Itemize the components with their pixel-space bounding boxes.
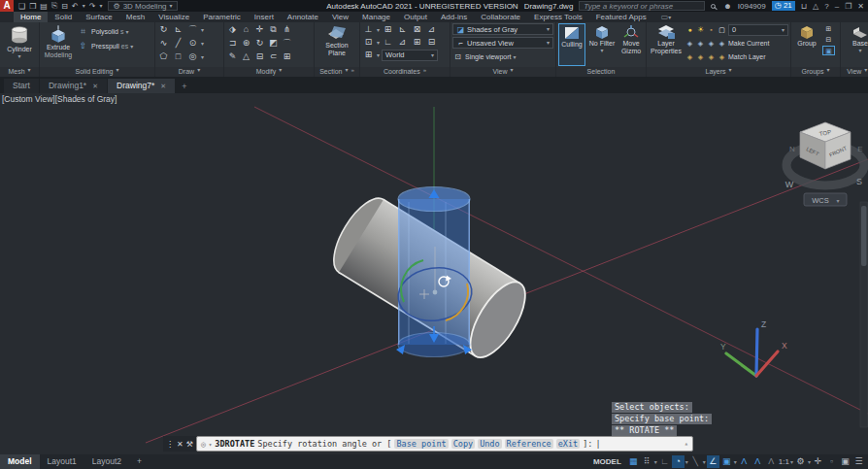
- ucs-3point-icon[interactable]: ⊞: [411, 36, 423, 49]
- model-tab[interactable]: Model: [0, 454, 40, 469]
- draw-polygon-icon[interactable]: ⬠: [157, 50, 170, 63]
- draw-polyline-icon[interactable]: ⊾: [172, 23, 184, 36]
- new-icon[interactable]: ❏: [18, 2, 25, 11]
- isolate-objects-icon[interactable]: ▫: [825, 455, 838, 468]
- chevron-down-icon[interactable]: ▾: [209, 441, 213, 448]
- chevron-down-icon[interactable]: ▾: [201, 37, 207, 50]
- redo-icon[interactable]: ↷: [89, 2, 96, 11]
- draw-arc-icon[interactable]: ↻: [157, 23, 170, 36]
- viewport-scrollbar[interactable]: [860, 202, 868, 427]
- no-filter-button[interactable]: No Filter ▾: [588, 23, 616, 66]
- save-icon[interactable]: ▤: [40, 2, 48, 11]
- ucs-object-icon[interactable]: ⊿: [425, 23, 438, 36]
- modify-array-icon[interactable]: ⊞: [281, 50, 293, 63]
- group-button[interactable]: Group: [793, 23, 820, 66]
- layer-merge-icon[interactable]: ◈: [707, 50, 716, 63]
- tab-drawing1[interactable]: Drawing1*✕: [40, 79, 107, 93]
- make-current-button[interactable]: Make Current: [728, 40, 769, 47]
- panel-label-solid-editing[interactable]: Solid Editing▾: [40, 67, 154, 77]
- panel-label-section[interactable]: Section▾»: [315, 67, 359, 77]
- expand-history-icon[interactable]: ▴: [684, 440, 688, 448]
- layer-color-swatch[interactable]: ▢: [718, 23, 726, 36]
- cylinder-button[interactable]: Cylinder ▾: [3, 23, 36, 66]
- panel-label-layers[interactable]: Layers▾: [647, 67, 790, 77]
- viewport-config-button[interactable]: Single viewport: [465, 53, 511, 60]
- chevron-down-icon[interactable]: ▾: [808, 458, 811, 465]
- compass-north[interactable]: N: [789, 145, 795, 153]
- recent-commands-icon[interactable]: ◎: [201, 440, 206, 449]
- panel-label-coordinates[interactable]: Coordinates»: [360, 67, 450, 77]
- model-space-toggle[interactable]: MODEL: [588, 455, 626, 468]
- ucs-previous-icon[interactable]: ⊾: [396, 23, 409, 36]
- open-icon[interactable]: ❒: [29, 2, 36, 11]
- drag-handle-icon[interactable]: ⋮: [166, 440, 174, 449]
- option-reference[interactable]: Reference: [505, 439, 553, 449]
- tab-home[interactable]: Home: [14, 12, 48, 22]
- ucs-world-icon[interactable]: ⊞: [382, 23, 394, 36]
- annotation-scale-value[interactable]: 1:1: [779, 457, 789, 466]
- chevron-down-icon[interactable]: ▾: [377, 40, 380, 46]
- undo-icon[interactable]: ↶: [72, 2, 79, 11]
- section-plane-button[interactable]: Section Plane: [317, 23, 357, 66]
- option-exit[interactable]: eXit: [556, 439, 580, 449]
- layer-unlock-icon[interactable]: ◈: [696, 50, 705, 63]
- modify-3dmove-icon[interactable]: ⬗: [226, 23, 239, 36]
- help-icon[interactable]: ?: [824, 2, 828, 11]
- modify-stretch-icon[interactable]: ⋔: [281, 23, 293, 36]
- chevron-down-icon[interactable]: ▾: [377, 27, 380, 33]
- ucs-view-icon[interactable]: ⊡: [362, 36, 375, 49]
- workspace-selector[interactable]: ⚙ 3D Modeling ▾: [108, 1, 177, 11]
- annotation-scale-icon[interactable]: Λ: [765, 455, 778, 468]
- restore-button[interactable]: ❐: [845, 2, 851, 11]
- redo-dropdown-icon[interactable]: ▾: [99, 3, 102, 9]
- user-icon[interactable]: ☻: [723, 2, 731, 11]
- tab-collaborate[interactable]: Collaborate: [474, 12, 527, 22]
- chevron-down-icon[interactable]: ▾: [654, 458, 657, 465]
- modify-mirror-icon[interactable]: ◩: [267, 37, 280, 50]
- modify-offset-icon[interactable]: ⊂: [267, 50, 280, 63]
- close-icon[interactable]: ✕: [160, 79, 166, 93]
- match-layer-button[interactable]: Match Layer: [728, 53, 766, 60]
- modify-trim-icon[interactable]: ⊟: [253, 50, 266, 63]
- tab-drawing7[interactable]: Drawing7*✕: [108, 79, 175, 93]
- draw-line-icon[interactable]: ╱: [172, 37, 184, 50]
- compass-east[interactable]: E: [857, 145, 862, 153]
- layer-off-icon[interactable]: ◈: [718, 37, 726, 50]
- annotation-visibility-toggle[interactable]: Λ: [738, 455, 751, 468]
- tab-addins[interactable]: Add-ins: [434, 12, 474, 22]
- snap-mode-toggle[interactable]: ⠿: [641, 455, 653, 468]
- app-store-cart-icon[interactable]: ⊔: [801, 2, 807, 11]
- tab-view[interactable]: View: [325, 12, 355, 22]
- tab-solid[interactable]: Solid: [48, 12, 79, 22]
- tab-mesh[interactable]: Mesh: [119, 12, 152, 22]
- isodraft-toggle[interactable]: ╲: [689, 455, 702, 468]
- search-icon[interactable]: [711, 4, 716, 9]
- minimize-button[interactable]: –: [835, 2, 839, 11]
- modify-explode-icon[interactable]: △: [240, 50, 252, 63]
- customize-wrench-icon[interactable]: ⚒: [186, 440, 193, 449]
- ucs-zaxis-icon[interactable]: ⊿: [396, 36, 409, 49]
- modify-erase-icon[interactable]: ✎: [226, 50, 239, 63]
- draw-circle-icon[interactable]: ⊙: [186, 37, 199, 50]
- truncated-flyout[interactable]: s: [120, 28, 124, 35]
- chevron-down-icon[interactable]: ▾: [201, 23, 207, 37]
- compass-south[interactable]: S: [856, 177, 862, 186]
- modify-rotate-icon[interactable]: ↻: [253, 37, 266, 50]
- notification-badge[interactable]: ◷ 21: [772, 1, 795, 11]
- signed-in-user[interactable]: I094909: [738, 2, 766, 11]
- polar-tracking-toggle[interactable]: ◔: [672, 455, 684, 468]
- draw-ellipse-icon[interactable]: ◎: [186, 50, 199, 63]
- chevron-down-icon[interactable]: ▾: [685, 458, 688, 465]
- option-undo[interactable]: Undo: [478, 439, 501, 449]
- clean-screen-icon[interactable]: ▣: [839, 455, 851, 468]
- culling-button[interactable]: Culling: [558, 23, 585, 66]
- presspull-button[interactable]: Presspull: [91, 43, 119, 50]
- viewcube[interactable]: N E W S TOP LEFT FRONT WCS ▾: [785, 122, 864, 206]
- layer-unisolate-icon[interactable]: ◈: [696, 37, 705, 50]
- chevron-down-icon[interactable]: ▾: [734, 458, 737, 465]
- chevron-down-icon[interactable]: ▾: [377, 52, 380, 58]
- option-base-point[interactable]: Base point: [394, 439, 448, 449]
- ribbon-display-toggle[interactable]: ▭▾: [661, 12, 672, 22]
- ucs-face-icon[interactable]: ⊠: [411, 23, 423, 36]
- tab-manage[interactable]: Manage: [355, 12, 397, 22]
